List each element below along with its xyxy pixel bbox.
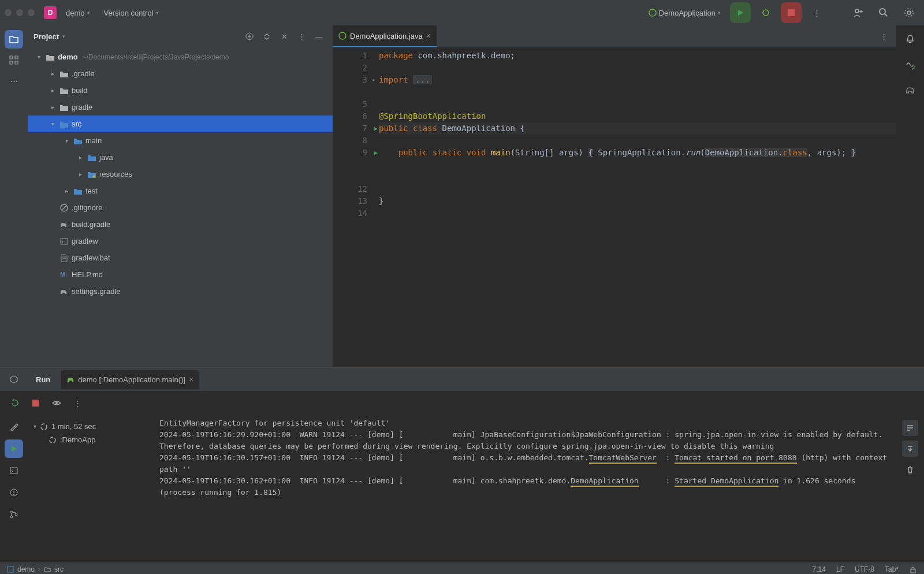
tree-item-gradlew-bat[interactable]: gradlew.bat (28, 249, 333, 266)
tree-item-src[interactable]: ▾src (28, 115, 333, 132)
kebab-icon: ⋮ (74, 399, 81, 408)
svg-rect-5 (788, 9, 795, 16)
structure-tool-button[interactable] (5, 51, 23, 69)
project-badge[interactable]: D (44, 6, 57, 19)
run-config-tab[interactable]: demo [:DemoApplication.main()] × (61, 370, 199, 389)
gradle-run-icon (66, 375, 74, 383)
eye-icon (51, 398, 62, 408)
svg-point-6 (855, 9, 859, 13)
soft-wrap-button[interactable] (902, 420, 918, 436)
inspection-ok-icon: ✓ (911, 64, 917, 72)
tree-item-resources[interactable]: ▸resources (28, 166, 333, 182)
svg-rect-13 (10, 56, 13, 59)
search-icon (878, 8, 889, 18)
scroll-to-end-button[interactable] (902, 441, 918, 457)
search-everywhere-button[interactable] (873, 2, 894, 23)
breadcrumb-leaf: src (54, 565, 64, 573)
stop-button[interactable] (781, 2, 802, 23)
run-task-row[interactable]: :DemoApp (32, 433, 150, 446)
svg-point-25 (339, 32, 346, 39)
close-window-icon[interactable] (5, 9, 12, 16)
project-name-label: demo (66, 9, 85, 17)
close-tab-button[interactable]: × (426, 31, 431, 40)
collapse-all-button[interactable]: ✕ (276, 28, 292, 44)
debug-button[interactable] (755, 2, 776, 23)
tree-root[interactable]: ▾demo~/Documents/IntellijProjects/JavaPr… (28, 49, 333, 65)
lock-icon[interactable] (909, 565, 917, 573)
run-button[interactable] (730, 2, 751, 23)
run-duration-row[interactable]: ▾ 1 min, 52 sec (32, 420, 150, 433)
tree-item-test[interactable]: ▸test (28, 182, 333, 199)
notifications-button[interactable] (901, 30, 919, 49)
tree-item-java[interactable]: ▸java (28, 149, 333, 166)
editor-area: DemoApplication.java × ⋮ 123▸567▶89▶1213… (333, 25, 896, 367)
wrap-icon (906, 423, 915, 433)
terminal-tool-button[interactable] (5, 461, 23, 480)
line-separator[interactable]: LF (836, 565, 844, 573)
maximize-window-icon[interactable] (28, 9, 35, 16)
svg-point-1 (763, 10, 769, 16)
more-tools-button[interactable]: ⋯ (5, 72, 23, 90)
problems-tool-button[interactable] (5, 483, 23, 502)
svg-rect-22 (61, 238, 68, 244)
tree-item-gradle[interactable]: ▸gradle (28, 99, 333, 115)
more-actions-button[interactable]: ⋮ (806, 2, 827, 23)
run-task-tree[interactable]: ▾ 1 min, 52 sec :DemoApp (28, 415, 155, 562)
editor-gutter[interactable]: 123▸567▶89▶121314 (333, 47, 372, 367)
editor-tab[interactable]: DemoApplication.java × (333, 25, 437, 47)
status-bar: demo › src 7:14 LF UTF-8 Tab* (0, 562, 924, 574)
panel-options-button[interactable]: ⋮ (293, 28, 310, 44)
run-tab-label[interactable]: Run (30, 373, 56, 386)
rerun-button[interactable] (7, 395, 23, 411)
code-content[interactable]: package com.shahpreetk.demo; import ... … (372, 47, 896, 367)
tab-options-button[interactable]: ⋮ (875, 28, 892, 44)
project-tool-button[interactable] (5, 30, 23, 49)
tree-item--gitignore[interactable]: .gitignore (28, 199, 333, 216)
target-icon (245, 32, 254, 41)
tree-item--gradle[interactable]: ▸.gradle (28, 65, 333, 82)
tree-item-build[interactable]: ▸build (28, 82, 333, 99)
project-panel-header: Project ▾ ✕ ⋮ — (28, 25, 333, 47)
run-console[interactable]: EntityManagerFactory for persistence uni… (155, 415, 896, 562)
tree-item-gradlew[interactable]: gradlew (28, 233, 333, 249)
chevron-down-icon: ▾ (33, 423, 36, 430)
run-config-tab-label: demo [:DemoApplication.main()] (78, 375, 185, 384)
close-run-tab-button[interactable]: × (189, 375, 193, 384)
settings-button[interactable] (899, 2, 919, 23)
cursor-position[interactable]: 7:14 (813, 565, 826, 573)
file-encoding[interactable]: UTF-8 (855, 565, 874, 573)
svg-point-9 (880, 9, 885, 14)
build-tool-button[interactable] (5, 418, 23, 436)
run-config-label: DemoApplication (659, 9, 716, 17)
svg-line-10 (885, 14, 887, 16)
vcs-tool-button[interactable] (5, 505, 23, 524)
tree-item-main[interactable]: ▾main (28, 132, 333, 149)
hide-panel-button[interactable]: — (311, 28, 327, 44)
services-tool-button[interactable] (5, 370, 23, 389)
gradle-tool-button[interactable] (901, 81, 919, 99)
tree-item-build-gradle[interactable]: build.gradle (28, 216, 333, 233)
expand-all-button[interactable] (259, 28, 275, 44)
select-opened-file-button[interactable] (241, 28, 258, 44)
code-with-me-button[interactable] (848, 2, 869, 23)
run-stop-button[interactable] (28, 395, 44, 411)
project-tree[interactable]: ▾demo~/Documents/IntellijProjects/JavaPr… (28, 47, 333, 367)
run-more-button[interactable]: ⋮ (69, 395, 85, 411)
hammer-icon (9, 422, 18, 431)
run-config-selector[interactable]: DemoApplication ▾ (644, 6, 725, 20)
tree-item-settings-gradle[interactable]: settings.gradle (28, 283, 333, 300)
clear-console-button[interactable] (902, 461, 918, 478)
show-output-button[interactable] (49, 395, 65, 411)
svg-rect-27 (32, 400, 39, 407)
spinner-icon (49, 436, 57, 444)
run-tabs-bar: Run demo [:DemoApplication.main()] × (0, 368, 924, 391)
minimize-window-icon[interactable] (16, 9, 23, 16)
version-control-menu[interactable]: Version control ▾ (99, 6, 163, 20)
code-editor[interactable]: 123▸567▶89▶121314 package com.shahpreetk… (333, 47, 896, 367)
run-tool-button[interactable] (5, 439, 23, 458)
indent-setting[interactable]: Tab* (885, 565, 899, 573)
navigation-breadcrumb[interactable]: demo › src (7, 565, 64, 573)
project-switcher[interactable]: demo ▾ (61, 6, 95, 20)
chevron-down-icon[interactable]: ▾ (62, 33, 65, 39)
tree-item-HELP-md[interactable]: M↓HELP.md (28, 266, 333, 283)
